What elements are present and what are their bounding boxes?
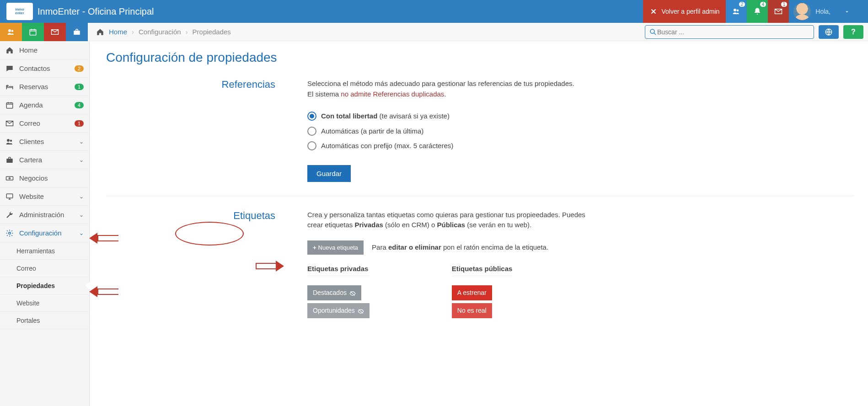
breadcrumb-sep: › xyxy=(132,28,134,36)
section-referencias: Referencias Selecciona el método más ade… xyxy=(106,79,854,196)
quick-mail-button[interactable] xyxy=(44,23,66,41)
breadcrumb: Home › Configuración › Propiedades xyxy=(96,28,231,36)
quick-users-button[interactable] xyxy=(0,23,22,41)
topbar: inmoenter InmoEnter - Oficina Principal … xyxy=(0,0,868,23)
tags-col-private-title: Etiquetas privadas xyxy=(307,264,370,277)
close-icon xyxy=(649,7,658,16)
mail-icon xyxy=(5,119,14,128)
search-icon xyxy=(649,28,657,36)
logo: inmoenter xyxy=(6,3,33,20)
top-notifications-button[interactable]: 4 xyxy=(747,0,768,23)
section-label-etiquetas: Etiquetas xyxy=(233,210,275,222)
briefcase-icon xyxy=(5,156,14,164)
tag-no-es-real[interactable]: No es real xyxy=(452,303,492,318)
caret-down-icon xyxy=(844,9,850,14)
quick-calendar-button[interactable] xyxy=(22,23,44,41)
tags-help: Para editar o eliminar pon el ratón enci… xyxy=(372,242,548,253)
svg-rect-5 xyxy=(74,31,80,35)
ref-option-3[interactable]: Automáticas con prefijo (max. 5 carácter… xyxy=(307,141,591,151)
sidebar-item-agenda[interactable]: Agenda4 xyxy=(0,96,89,114)
sidebar-badge: 2 xyxy=(75,65,84,72)
app-title: InmoEnter - Oficina Principal xyxy=(38,6,154,17)
sidebar-sub-portales[interactable]: Portales xyxy=(0,312,89,329)
home-icon xyxy=(96,28,104,36)
tag-destacados[interactable]: Destacados xyxy=(307,285,361,300)
chevron-down-icon: ⌄ xyxy=(79,157,84,163)
sidebar-sub-herramientas[interactable]: Herramientas xyxy=(0,242,89,260)
tag-oportunidades[interactable]: Oportunidades xyxy=(307,303,370,318)
calendar-icon xyxy=(5,101,14,109)
avatar[interactable] xyxy=(793,3,811,20)
sidebar-item-label: Reservas xyxy=(19,83,48,91)
breadcrumb-properties: Propiedades xyxy=(193,28,231,36)
radio-icon xyxy=(307,112,316,121)
breadcrumb-home[interactable]: Home xyxy=(109,28,127,36)
globe-icon xyxy=(825,28,833,36)
save-button[interactable]: Guardar xyxy=(307,165,351,182)
search-input[interactable] xyxy=(657,28,810,36)
sidebar-item-label: Negocios xyxy=(19,174,48,182)
chevron-down-icon: ⌄ xyxy=(79,139,84,145)
top-users-button[interactable]: 2 xyxy=(726,0,747,23)
svg-rect-12 xyxy=(6,176,13,180)
ref-option-1[interactable]: Con total libertad (te avisará si ya exi… xyxy=(307,111,591,122)
toolbar-globe-button[interactable] xyxy=(819,25,839,39)
return-admin-button[interactable]: Volver a perfil admin xyxy=(643,0,726,23)
ref-desc2a: El sistema xyxy=(307,90,341,98)
toolbar-help-button[interactable]: ? xyxy=(843,25,863,39)
svg-rect-4 xyxy=(30,29,36,35)
ref-desc2b: no admite Referencias duplicadas xyxy=(341,90,444,98)
gear-icon xyxy=(5,229,14,237)
new-tag-button[interactable]: + Nueva etiqueta xyxy=(307,240,364,255)
users-icon xyxy=(7,28,15,36)
svg-point-0 xyxy=(734,9,736,11)
chevron-down-icon: ⌄ xyxy=(79,212,84,218)
sidebar-badge: 1 xyxy=(75,84,84,90)
ref-desc2: El sistema no admite Referencias duplica… xyxy=(307,89,591,100)
tags-col-private: Etiquetas privadas Destacados Oportunida… xyxy=(307,264,370,321)
sidebar-sub-correo[interactable]: Correo xyxy=(0,260,89,277)
sidebar-item-cartera[interactable]: Cartera⌄ xyxy=(0,151,89,169)
tags-help-b: editar o eliminar xyxy=(388,243,441,251)
eye-off-icon xyxy=(349,290,356,296)
tags-help-a: Para xyxy=(372,243,388,251)
sidebar-item-configuracion[interactable]: Configuración⌄ xyxy=(0,224,89,242)
search-box[interactable] xyxy=(645,25,814,39)
sidebar-item-contactos[interactable]: Contactos2 xyxy=(0,59,89,78)
briefcase-icon xyxy=(73,28,81,36)
sidebar-sub-propiedades[interactable]: Propiedades xyxy=(0,277,89,294)
sidebar-item-negocios[interactable]: Negocios xyxy=(0,169,89,187)
sidebar-sub-label: Correo xyxy=(16,265,36,272)
top-mail-button[interactable]: 1 xyxy=(768,0,789,23)
ref-opt1-bold: Con total libertad xyxy=(321,112,377,120)
tags-help-c: pon el ratón encima de la etiqueta. xyxy=(441,243,548,251)
quick-briefcase-button[interactable] xyxy=(66,23,88,41)
tag-a-estrenar[interactable]: A estrenar xyxy=(452,285,492,300)
ref-option-2[interactable]: Automáticas (a partir de la última) xyxy=(307,126,591,137)
svg-point-15 xyxy=(9,232,11,234)
money-icon xyxy=(5,174,14,182)
monitor-icon xyxy=(5,192,14,201)
sidebar-sub-website[interactable]: Website xyxy=(0,294,89,312)
tags-desc-d: Públicas xyxy=(437,221,465,229)
sidebar-item-reservas[interactable]: Reservas1 xyxy=(0,78,89,96)
sidebar-item-correo[interactable]: Correo1 xyxy=(0,114,89,133)
bed-icon xyxy=(5,83,14,91)
calendar-icon xyxy=(29,28,37,36)
sidebar: Home Contactos2 Reservas1 Agenda4 Correo… xyxy=(0,41,90,406)
sidebar-item-label: Correo xyxy=(19,119,40,127)
tags-desc-b: Privadas xyxy=(354,221,383,229)
toolbar: Home › Configuración › Propiedades ? xyxy=(0,23,868,41)
sidebar-item-website[interactable]: Website⌄ xyxy=(0,187,89,206)
sidebar-item-label: Configuración xyxy=(19,229,62,237)
tags-col-public: Etiquetas públicas A estrenar No es real xyxy=(452,264,513,321)
section-label-referencias: Referencias xyxy=(222,79,275,91)
sidebar-item-administracion[interactable]: Administración⌄ xyxy=(0,206,89,224)
sidebar-item-clientes[interactable]: Clientes⌄ xyxy=(0,133,89,151)
tags-col-public-title: Etiquetas públicas xyxy=(452,264,513,277)
bell-badge: 4 xyxy=(760,2,766,7)
tag-label: No es real xyxy=(457,306,487,315)
sidebar-item-home[interactable]: Home xyxy=(0,41,89,59)
sidebar-item-label: Administración xyxy=(19,211,64,219)
greeting[interactable]: Hola, xyxy=(815,8,850,15)
